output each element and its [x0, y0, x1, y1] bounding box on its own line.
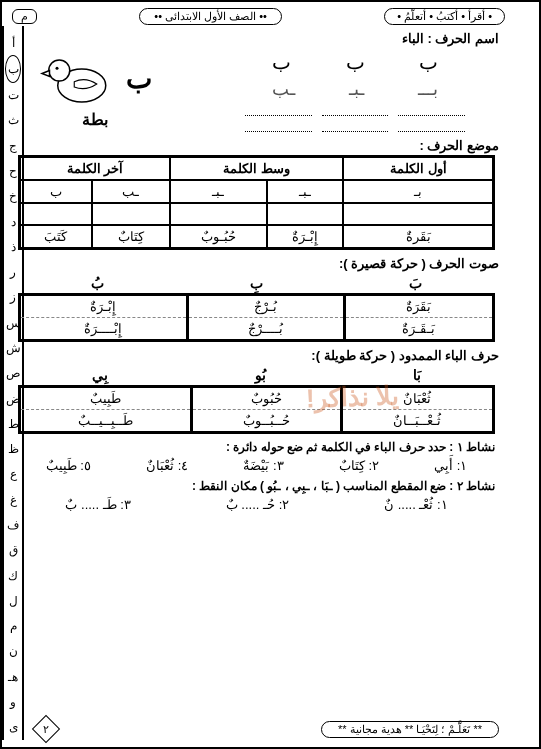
- long-title: حرف الباء الممدود ( حركة طويلة ):: [8, 348, 499, 363]
- ex2-title: نشاط ٢ : ضع المقطع المناسب ( ـبَا ، ـبِي…: [18, 479, 495, 493]
- topbar: • أقرأ • أكتبُ • أتعلّمُ • •• الصف الأول…: [8, 8, 505, 25]
- footer-text: ** تَعَلَّـمْ ؛ لِتَحْيَـا ** هدية مجاني…: [321, 721, 499, 738]
- header-right: • أقرأ • أكتبُ • أتعلّمُ •: [384, 8, 505, 25]
- word: إِبْـرَةٌ: [21, 296, 186, 318]
- w: ١: ثُعْـ ..... نٌ: [384, 497, 448, 512]
- td: كِتَابٌ: [92, 225, 170, 249]
- td: ـب: [92, 180, 170, 203]
- sound-table: بَقَرَةٌبَـقَـرَةٌ بُـرْجٌبُــــرْجٌ إِب…: [18, 293, 495, 342]
- letter-name-title: اسم الحرف : الباء: [8, 31, 499, 46]
- glyph: ب: [346, 50, 365, 74]
- trace: ـب: [272, 78, 295, 100]
- content-area: • أقرأ • أكتبُ • أتعلّمُ • •• الصف الأول…: [8, 8, 505, 739]
- word: ثُعْبَانٌ: [343, 388, 492, 410]
- word: طَبِيبٌ: [21, 388, 190, 410]
- trace: إِبْــــرَةٌ: [21, 318, 186, 339]
- word: حُبُوبٌ: [193, 388, 340, 410]
- writing-lines: [245, 120, 465, 132]
- glyph-trace-row: بـــ ـبـ ـب: [245, 78, 465, 100]
- sound-headers: بَ بِ بُ: [18, 275, 495, 291]
- glyph-row: ب ب ب: [245, 50, 465, 74]
- ex2-words: ١: ثُعْـ ..... نٌ ٢: حُـ ..... بٌ ٣: طَـ…: [18, 497, 495, 512]
- td: كَتَبَ: [19, 225, 91, 249]
- td: بَقَرةٌ: [343, 225, 493, 249]
- glyph: ب: [419, 50, 438, 74]
- td: ـبـ: [170, 180, 268, 203]
- sound-title: صوت الحرف ( حركة قصيرة ):: [8, 256, 499, 271]
- w: ١: أَبِي: [434, 458, 467, 473]
- h: بَ: [409, 275, 422, 291]
- long-headers: بَا بُو بِي: [18, 367, 495, 383]
- trace: بُــــرْجٌ: [189, 318, 343, 339]
- big-letter: ب: [126, 62, 152, 95]
- footer: ** تَعَلَّـمْ ؛ لِتَحْيَـا ** هدية مجاني…: [36, 719, 499, 739]
- trace: حُــبُــوبٌ: [193, 410, 340, 431]
- th: أول الكلمة: [343, 157, 493, 181]
- td: بـ: [343, 180, 493, 203]
- svg-point-1: [49, 60, 70, 81]
- trace: بـــ: [418, 78, 438, 100]
- td: حُبُـوبٌ: [170, 225, 268, 249]
- w: ٤: ثُعْبَانٌ: [146, 458, 188, 473]
- header-mid: •• الصف الأول الابتدائى ••: [139, 8, 282, 25]
- long-table: ثُعْبَانٌثُـعْــبَــانٌ حُبُوبٌحُــبُــو…: [18, 385, 495, 434]
- w: ٢: كِتَابٌ: [339, 458, 379, 473]
- td: ـبـ: [267, 180, 343, 203]
- h: بَا: [413, 367, 421, 383]
- glyph: ب: [272, 50, 291, 74]
- word: بَقَرَةٌ: [346, 296, 492, 318]
- page-frame: أ ب ت ث ج ح خ د ذ ر ز س ش ص ض ط ظ ع غ ف …: [0, 0, 541, 749]
- illustration: ب بطة: [25, 48, 165, 129]
- position-table: أول الكلمة وسط الكلمة آخر الكلمة بـ ـبـ …: [18, 155, 495, 250]
- th: آخر الكلمة: [19, 157, 169, 181]
- td: إِبْـرَةٌ: [267, 225, 343, 249]
- ex1-title: نشاط ١ : حدد حرف الباء في الكلمة ثم ضع ح…: [18, 440, 495, 454]
- page-number: ٢: [32, 715, 60, 743]
- ex1-words: ١: أَبِي ٢: كِتَابٌ ٣: بَيْضَةٌ ٤: ثُعْب…: [18, 458, 495, 473]
- writing-lines: [245, 104, 465, 116]
- trace: بَـقَـرَةٌ: [346, 318, 492, 339]
- th: وسط الكلمة: [170, 157, 344, 181]
- w: ٢: حُـ ..... بٌ: [226, 497, 290, 512]
- word: بُـرْجٌ: [189, 296, 343, 318]
- w: ٥: طَبِيبٌ: [46, 458, 91, 473]
- h: بُو: [255, 367, 266, 383]
- svg-point-2: [56, 67, 59, 70]
- trace: طَــبِــيــبٌ: [21, 410, 190, 431]
- header-left: م: [12, 9, 37, 24]
- w: ٣: بَيْضَةٌ: [243, 458, 283, 473]
- trace: ثُـعْــبَــانٌ: [343, 410, 492, 431]
- position-title: موضع الحرف :: [8, 138, 499, 153]
- h: بِي: [92, 367, 108, 383]
- td: ب: [19, 180, 91, 203]
- duck-icon: [38, 48, 118, 108]
- h: بُ: [91, 275, 104, 291]
- trace: ـبـ: [349, 78, 364, 100]
- w: ٣: طَـ ..... بٌ: [65, 497, 131, 512]
- illustration-word: بطة: [25, 110, 165, 129]
- h: بِ: [250, 275, 263, 291]
